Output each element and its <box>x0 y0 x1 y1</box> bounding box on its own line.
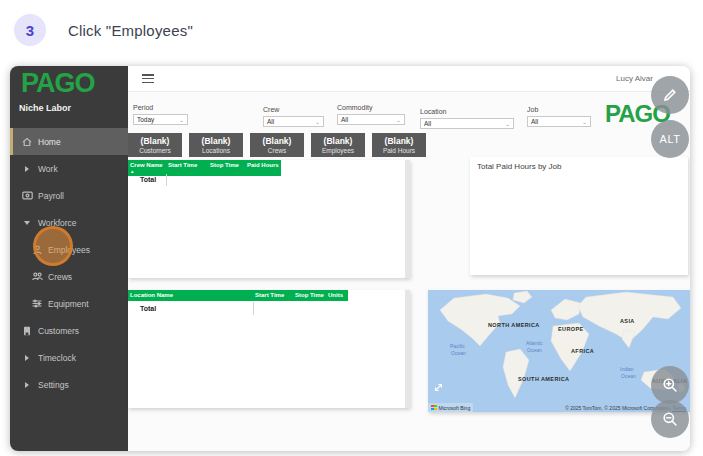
user-name[interactable]: Lucy Alvar <box>616 74 653 83</box>
paid-hours-chart-card: Total Paid Hours by Job <box>470 157 688 275</box>
column-header[interactable]: Stop Time <box>293 290 326 301</box>
kpi-label: Paid Hours <box>383 147 415 154</box>
column-header[interactable]: Crew Name ▲ <box>128 160 166 176</box>
sidebar-item-work[interactable]: Work <box>10 155 128 182</box>
main-area: Lucy Alvar Period Today ⌄ Crew All ⌄ Com… <box>128 66 690 451</box>
payroll-icon <box>21 190 33 202</box>
chevron-down-icon <box>21 217 33 229</box>
kpi-card-crews: (Blank) Crews <box>250 133 304 157</box>
filter-crew: Crew All ⌄ <box>263 106 324 127</box>
sidebar-item-label: Settings <box>38 380 69 390</box>
alt-button[interactable]: ALT <box>651 120 689 158</box>
chevron-right-icon <box>21 352 33 364</box>
column-label: Crew Name <box>130 162 163 168</box>
filter-label: Job <box>527 106 591 113</box>
customers-icon <box>21 325 33 337</box>
map-ocean-label: Indian <box>620 366 634 372</box>
map-ocean-label: Pacific <box>450 343 465 349</box>
sidebar-item-label: Work <box>38 164 58 174</box>
map-expand-icon[interactable] <box>434 378 443 396</box>
bing-logo-text: Microsoft Bing <box>439 405 471 411</box>
kpi-card-locations: (Blank) Locations <box>189 133 243 157</box>
column-header[interactable]: Stop Time <box>208 160 245 176</box>
map-ocean-label: Ocean <box>451 350 466 356</box>
app-screenshot: PAGO Niche Labor Home Work Payroll <box>10 66 690 451</box>
kpi-label: Employees <box>322 147 354 154</box>
kpi-value: (Blank) <box>324 136 353 146</box>
period-dropdown[interactable]: Today ⌄ <box>133 114 188 125</box>
sort-ascending-icon: ▲ <box>130 169 166 174</box>
sidebar-company-name: Niche Labor <box>19 103 71 113</box>
sidebar-item-workforce[interactable]: Workforce <box>10 209 128 236</box>
sidebar-item-customers[interactable]: Customers <box>10 317 128 344</box>
dropdown-value: All <box>531 118 538 125</box>
filter-label: Period <box>133 104 188 111</box>
column-header[interactable]: Paid Hours <box>245 160 281 176</box>
column-divider <box>253 302 254 315</box>
kpi-label: Customers <box>139 147 170 154</box>
click-target-highlight <box>33 226 73 266</box>
kpi-value: (Blank) <box>202 136 231 146</box>
column-header[interactable]: Location Name <box>128 290 253 301</box>
vertical-scrollbar[interactable] <box>405 160 410 278</box>
chevron-down-icon: ⌄ <box>582 120 587 126</box>
dropdown-value: All <box>267 118 274 125</box>
dropdown-value: Today <box>137 116 154 123</box>
map-ocean-label: Ocean <box>621 373 636 379</box>
vertical-scrollbar[interactable] <box>405 290 410 408</box>
map-region-label: SOUTH AMERICA <box>518 376 569 382</box>
kpi-card-customers: (Blank) Customers <box>128 133 182 157</box>
people-icon <box>31 271 43 283</box>
chevron-down-icon: ⌄ <box>179 118 184 124</box>
commodity-dropdown[interactable]: All ⌄ <box>337 114 405 125</box>
instruction-text: Click "Employees" <box>68 22 193 39</box>
column-header[interactable]: Start Time <box>253 290 293 301</box>
zoom-out-icon <box>662 411 678 427</box>
filter-label: Location <box>420 108 514 115</box>
dropdown-value: All <box>341 116 348 123</box>
edit-button[interactable] <box>651 76 689 114</box>
sidebar-nav: Home Work Payroll Workforce Empl <box>10 128 128 398</box>
map-region-label: NORTH AMERICA <box>488 322 540 328</box>
column-header[interactable]: Start Time <box>166 160 208 176</box>
column-header[interactable]: Units <box>326 290 348 301</box>
map-region-label: EUROPE <box>558 326 584 332</box>
sidebar-item-crews[interactable]: Crews <box>10 263 128 290</box>
sidebar-item-label: Equipment <box>48 299 89 309</box>
sidebar-item-timeclock[interactable]: Timeclock <box>10 344 128 371</box>
chevron-right-icon <box>21 163 33 175</box>
column-divider <box>166 174 167 186</box>
bing-logo[interactable]: Microsoft Bing <box>428 403 473 412</box>
filter-commodity: Commodity All ⌄ <box>337 104 405 125</box>
zoom-out-button[interactable] <box>651 400 689 438</box>
topbar: Lucy Alvar <box>128 66 690 92</box>
table-total-row: Total <box>140 305 156 312</box>
map-region-label: AFRICA <box>571 348 594 354</box>
zoom-in-icon <box>662 377 678 393</box>
kpi-value: (Blank) <box>385 136 414 146</box>
location-table-header: Location Name Start Time Stop Time Units <box>128 290 410 301</box>
filter-label: Commodity <box>337 104 405 111</box>
table-total-row: Total <box>140 176 156 183</box>
map-canvas: NORTH AMERICA EUROPE ASIA AFRICA SOUTH A… <box>428 290 690 412</box>
kpi-value: (Blank) <box>263 136 292 146</box>
sidebar-item-payroll[interactable]: Payroll <box>10 182 128 209</box>
job-dropdown[interactable]: All ⌄ <box>527 116 591 127</box>
menu-icon[interactable] <box>142 74 154 85</box>
crew-dropdown[interactable]: All ⌄ <box>263 116 324 127</box>
filter-label: Crew <box>263 106 324 113</box>
home-icon <box>21 136 33 148</box>
sidebar-item-equipment[interactable]: Equipment <box>10 290 128 317</box>
world-map[interactable]: NORTH AMERICA EUROPE ASIA AFRICA SOUTH A… <box>428 290 690 412</box>
filter-period: Period Today ⌄ <box>133 104 188 125</box>
sidebar-item-label: Customers <box>38 326 79 336</box>
location-dropdown[interactable]: All ⌄ <box>420 118 514 129</box>
map-ocean-label: Atlantic <box>526 340 543 346</box>
sidebar-item-settings[interactable]: Settings <box>10 371 128 398</box>
step-number-badge: 3 <box>14 14 46 46</box>
sidebar-item-label: Crews <box>48 272 72 282</box>
zoom-in-button[interactable] <box>651 366 689 404</box>
chevron-right-icon <box>21 379 33 391</box>
kpi-label: Crews <box>268 147 286 154</box>
sidebar-item-home[interactable]: Home <box>10 128 128 155</box>
